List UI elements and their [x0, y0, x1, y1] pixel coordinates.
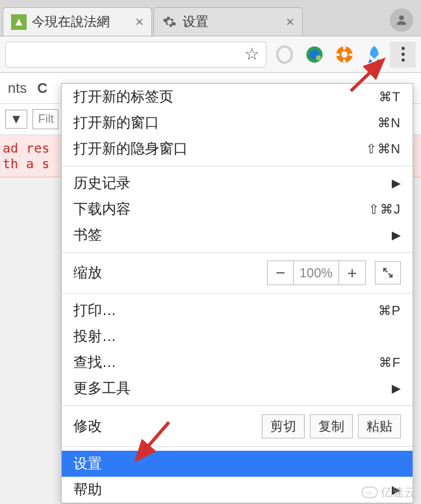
watermark-icon: ∞	[361, 486, 378, 498]
menu-label: 修改	[73, 416, 257, 436]
menu-separator	[62, 252, 413, 253]
extension-icon-3[interactable]	[333, 43, 356, 66]
chrome-menu-button[interactable]	[390, 42, 416, 68]
menu-label: 设置	[73, 454, 401, 473]
extension-icon-1[interactable]	[273, 43, 296, 66]
zoom-in-button[interactable]: +	[339, 261, 365, 284]
menu-label: 历史记录	[73, 173, 392, 193]
browser-tab-2[interactable]: 设置 ×	[153, 7, 303, 36]
menu-shortcut: ⌘T	[379, 89, 401, 105]
address-bar[interactable]: ☆	[5, 42, 266, 68]
menu-label: 打开新的隐身窗口	[73, 139, 366, 158]
fullscreen-button[interactable]	[375, 261, 401, 284]
browser-toolbar: ☆	[0, 36, 421, 73]
submenu-arrow-icon: ▶	[392, 381, 401, 396]
submenu-arrow-icon: ▶	[392, 228, 401, 242]
menu-new-tab[interactable]: 打开新的标签页 ⌘T	[62, 84, 413, 110]
zoom-out-button[interactable]: −	[268, 261, 294, 284]
menu-cast[interactable]: 投射…	[62, 323, 413, 349]
menu-downloads[interactable]: 下载内容 ⇧⌘J	[62, 196, 413, 222]
menu-label: 下载内容	[73, 199, 368, 219]
copy-button[interactable]: 复制	[310, 414, 353, 438]
menu-bookmarks[interactable]: 书签 ▶	[62, 222, 413, 248]
menu-label: 帮助	[73, 480, 392, 499]
paste-button[interactable]: 粘贴	[358, 414, 401, 438]
menu-separator	[62, 293, 413, 294]
tab-bar-end	[304, 8, 418, 36]
menu-label: 打开新的窗口	[73, 113, 377, 132]
menu-shortcut: ⇧⌘N	[366, 141, 401, 157]
browser-tab-bar: 今現在說法網 × 设置 ×	[0, 0, 421, 36]
menu-new-window[interactable]: 打开新的窗口 ⌘N	[62, 110, 413, 136]
svg-point-6	[341, 51, 348, 58]
menu-find[interactable]: 查找… ⌘F	[62, 349, 413, 375]
extension-icons	[273, 43, 386, 66]
menu-label: 缩放	[73, 263, 267, 283]
menu-edit: 修改 剪切 复制 粘贴	[62, 410, 413, 442]
menu-new-incognito[interactable]: 打开新的隐身窗口 ⇧⌘N	[62, 136, 413, 162]
extension-icon-4[interactable]	[363, 43, 386, 66]
cut-button[interactable]: 剪切	[262, 414, 305, 438]
menu-separator	[62, 405, 413, 406]
menu-label: 查找…	[73, 353, 379, 372]
menu-shortcut: ⌘F	[379, 355, 401, 370]
chrome-main-menu: 打开新的标签页 ⌘T 打开新的窗口 ⌘N 打开新的隐身窗口 ⇧⌘N 历史记录 ▶…	[61, 83, 413, 503]
menu-help[interactable]: 帮助 ▶	[62, 477, 413, 503]
menu-shortcut: ⌘P	[378, 303, 401, 318]
zoom-control: − 100% +	[267, 260, 366, 285]
menu-shortcut: ⌘N	[377, 115, 401, 131]
browser-tab-1[interactable]: 今現在說法網 ×	[3, 7, 152, 36]
menu-print[interactable]: 打印… ⌘P	[62, 297, 413, 323]
filter-input[interactable]: Filt	[32, 109, 58, 129]
menu-label: 打印…	[73, 301, 378, 320]
menu-settings[interactable]: 设置	[62, 451, 413, 477]
console-line-1: ad res	[3, 140, 49, 156]
menu-shortcut: ⇧⌘J	[368, 201, 401, 217]
submenu-arrow-icon: ▶	[392, 176, 401, 190]
menu-label: 打开新的标签页	[73, 87, 379, 107]
gear-icon	[162, 14, 177, 30]
menu-more-tools[interactable]: 更多工具 ▶	[62, 375, 413, 401]
devtools-tab-fragment[interactable]: nts	[3, 80, 32, 97]
tab-close-icon[interactable]: ×	[286, 14, 294, 31]
console-line-2: th a s	[3, 156, 49, 171]
watermark-text: 亿速云	[381, 485, 416, 500]
menu-history[interactable]: 历史记录 ▶	[62, 170, 413, 196]
devtools-tab-console[interactable]: C	[32, 80, 53, 97]
watermark: ∞ 亿速云	[361, 485, 416, 500]
tab-close-icon[interactable]: ×	[135, 14, 144, 31]
tab-title: 设置	[183, 13, 282, 31]
bookmark-star-icon[interactable]: ☆	[244, 44, 259, 64]
menu-zoom: 缩放 − 100% +	[62, 257, 413, 289]
tab-title: 今現在說法網	[32, 13, 131, 31]
svg-point-1	[277, 46, 292, 62]
log-level-dropdown[interactable]: ▼	[5, 110, 27, 129]
profile-button[interactable]	[390, 8, 413, 32]
extension-icon-2[interactable]	[303, 43, 326, 66]
menu-label: 投射…	[73, 327, 401, 346]
svg-point-0	[399, 16, 403, 20]
menu-separator	[62, 446, 413, 447]
menu-label: 书签	[73, 225, 392, 245]
tab-favicon-site	[11, 14, 27, 30]
svg-point-4	[316, 55, 322, 60]
zoom-value: 100%	[294, 261, 339, 284]
menu-label: 更多工具	[73, 379, 392, 398]
menu-separator	[62, 166, 413, 166]
